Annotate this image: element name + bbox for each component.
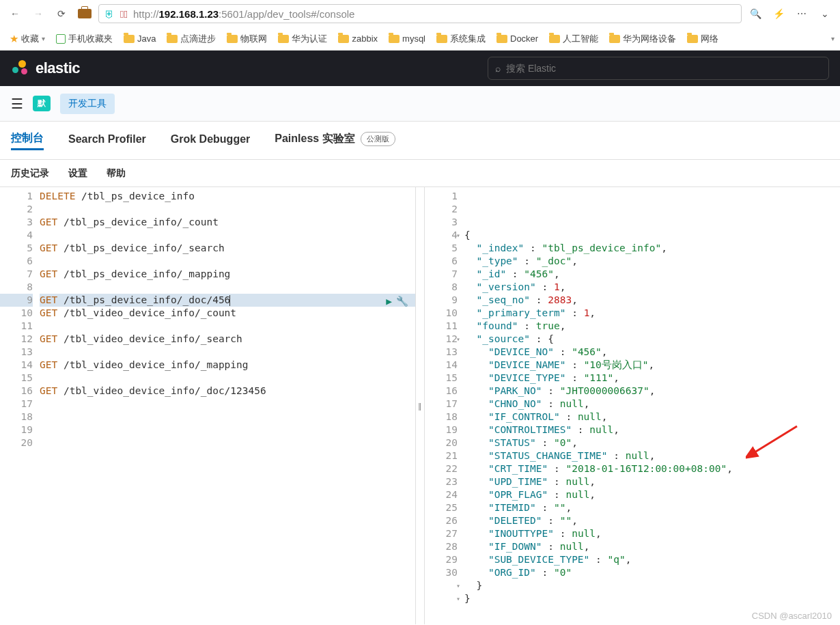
bookmark-folder[interactable]: 点滴进步 (163, 31, 220, 46)
more-icon[interactable]: ⋯ (792, 4, 811, 23)
url-text: http://192.168.1.23:5601/app/dev_tools#/… (133, 8, 354, 20)
tab-grok-debugger[interactable]: Grok Debugger (171, 133, 250, 148)
elastic-logo[interactable]: elastic (11, 59, 80, 78)
pane-splitter[interactable] (415, 187, 425, 624)
console-subtabs: 历史记录 设置 帮助 (0, 160, 840, 187)
bookmark-folder[interactable]: Docker (492, 31, 542, 46)
request-code[interactable]: DELETE /tbl_ps_device_infoGET /tbl_ps_de… (40, 187, 415, 624)
editor-area: 1234567891011121314151617181920 DELETE /… (0, 187, 840, 624)
kibana-header: elastic ⌕ (0, 51, 840, 86)
fold-icon[interactable]: ▾ (456, 333, 460, 346)
briefcase-icon[interactable] (75, 4, 94, 23)
folder-icon (389, 35, 400, 43)
bookmark-folder[interactable]: 人工智能 (545, 31, 602, 46)
bookmark-folder[interactable]: Java (120, 31, 160, 46)
response-code: ▾{ "_index" : "tbl_ps_device_info", "_ty… (464, 187, 840, 624)
chevron-down-icon[interactable]: ⌄ (815, 4, 835, 23)
bookmark-folder[interactable]: 华为认证 (274, 31, 331, 46)
search-input[interactable] (506, 63, 822, 74)
bookmark-folder[interactable]: mysql (384, 31, 430, 46)
folder-icon (278, 35, 289, 43)
space-badge[interactable]: 默 (33, 96, 51, 111)
devtools-badge[interactable]: 开发工具 (60, 94, 115, 114)
subtab-help[interactable]: 帮助 (107, 167, 126, 180)
tab-console[interactable]: 控制台 (11, 131, 44, 150)
elastic-logo-icon (11, 59, 30, 78)
search-icon[interactable]: 🔍 (746, 4, 765, 23)
folder-icon (436, 35, 447, 43)
bookmark-favorites[interactable]: ★收藏▾ (5, 31, 49, 46)
bookmark-folder[interactable]: 华为网络设备 (605, 31, 680, 46)
watermark: CSDN @ascarl2010 (752, 611, 832, 621)
back-button[interactable]: ← (5, 4, 25, 23)
folder-icon (687, 35, 698, 43)
global-search[interactable]: ⌕ (488, 57, 829, 80)
line-gutter-right: 1234567891011121314151617181920212223242… (425, 187, 464, 624)
breadcrumb-bar: ☰ 默 开发工具 (0, 86, 840, 122)
reload-button[interactable]: ⟳ (52, 4, 71, 23)
lock-icon: 🔒⃠ (120, 8, 128, 20)
address-bar[interactable]: ⛨ 🔒⃠ http://192.168.1.23:5601/app/dev_to… (98, 4, 742, 23)
folder-icon (227, 35, 238, 43)
folder-icon (167, 35, 178, 43)
forward-button[interactable]: → (29, 4, 48, 23)
subtab-settings[interactable]: 设置 (68, 167, 87, 180)
bookmarks-bar: ★收藏▾ 手机收藏夹 Java点滴进步物联网华为认证zabbixmysql系统集… (0, 27, 840, 51)
fold-icon[interactable]: ▾ (456, 579, 460, 592)
bookmark-folder[interactable]: zabbix (334, 31, 382, 46)
menu-button[interactable]: ☰ (11, 96, 23, 112)
beta-badge: 公测版 (361, 132, 395, 146)
phone-icon (56, 34, 66, 44)
fold-icon[interactable]: ▾ (456, 229, 460, 242)
devtools-tabs: 控制台 Search Profiler Grok Debugger Painle… (0, 122, 840, 160)
bookmark-folder[interactable]: 系统集成 (432, 31, 490, 46)
bookmark-mobile[interactable]: 手机收藏夹 (52, 31, 117, 46)
line-gutter-left: 1234567891011121314151617181920 (0, 187, 40, 624)
browser-toolbar: ← → ⟳ ⛨ 🔒⃠ http://192.168.1.23:5601/app/… (0, 0, 840, 27)
shield-icon: ⛨ (104, 8, 115, 20)
elastic-brand-text: elastic (36, 59, 80, 77)
subtab-history[interactable]: 历史记录 (11, 167, 49, 180)
folder-icon (496, 35, 507, 43)
response-viewer: 1234567891011121314151617181920212223242… (425, 187, 840, 624)
folder-icon (124, 35, 135, 43)
flash-icon[interactable]: ⚡ (769, 4, 788, 23)
folder-icon (549, 35, 560, 43)
tab-painless-lab[interactable]: Painless 实验室公测版 (275, 132, 395, 149)
folder-icon (338, 35, 349, 43)
folder-icon (609, 35, 620, 43)
fold-icon[interactable]: ▾ (456, 592, 460, 605)
bookmark-folder[interactable]: 物联网 (223, 31, 271, 46)
bookmark-folder[interactable]: 网络 (683, 31, 723, 46)
search-icon: ⌕ (495, 63, 501, 74)
bookmark-overflow[interactable]: ▾ (831, 35, 835, 42)
tab-search-profiler[interactable]: Search Profiler (68, 133, 146, 148)
star-icon: ★ (10, 33, 18, 45)
request-editor[interactable]: 1234567891011121314151617181920 DELETE /… (0, 187, 415, 624)
